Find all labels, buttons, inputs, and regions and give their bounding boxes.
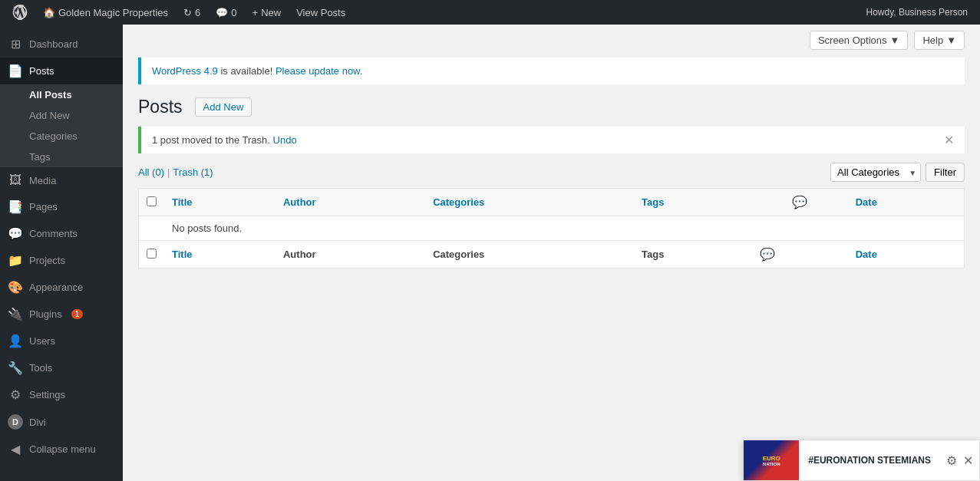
categories-label: Categories — [29, 130, 78, 142]
col-footer-checkbox — [139, 241, 165, 269]
plus-icon: + — [252, 7, 259, 18]
submenu-add-new[interactable]: Add New — [0, 105, 123, 126]
bottom-widget-close-button[interactable]: ✕ — [963, 453, 973, 468]
no-posts-row: No posts found. — [139, 216, 965, 241]
settings-label: Settings — [29, 389, 65, 400]
sidebar: ⊞ Dashboard 📄 Posts All Posts Add New Ca… — [0, 25, 123, 481]
categories-select[interactable]: All Categories Uncategorized — [830, 163, 921, 182]
pages-icon: 📑 — [8, 199, 23, 214]
col-header-date[interactable]: Date — [848, 189, 965, 216]
admin-bar: 🏠 Golden Magic Properties ↻ 6 💬 0 + New … — [0, 0, 980, 25]
updates-link[interactable]: ↻ 6 — [177, 0, 206, 25]
all-posts-filter-link[interactable]: All (0) — [138, 166, 164, 178]
sidebar-item-appearance[interactable]: 🎨 Appearance — [0, 274, 123, 301]
tools-label: Tools — [29, 362, 52, 374]
filter-links: All (0) | Trash (1) — [138, 166, 213, 178]
posts-icon: 📄 — [8, 64, 23, 78]
wordpress-version-link[interactable]: WordPress 4.9 — [152, 65, 218, 77]
appearance-icon: 🎨 — [8, 280, 23, 295]
close-notice-button[interactable]: ✕ — [944, 133, 954, 147]
help-label: Help — [922, 35, 943, 46]
settings-icon: ⚙ — [8, 387, 23, 402]
sidebar-item-posts[interactable]: 📄 Posts — [0, 58, 123, 84]
comments-link[interactable]: 💬 0 — [210, 0, 243, 25]
bottom-widget-thumbnail: EURO NATION — [744, 440, 799, 480]
posts-table: Title Author Categories Tags 💬 Date No p… — [138, 188, 965, 269]
comments-bubble-icon: 💬 — [792, 196, 807, 209]
sidebar-item-projects[interactable]: 📁 Projects — [0, 247, 123, 274]
notice-middle-text: is available! — [220, 65, 276, 77]
help-button[interactable]: Help ▼ — [914, 31, 965, 50]
home-icon: 🏠 — [43, 7, 55, 18]
undo-link[interactable]: Undo — [273, 134, 297, 146]
add-new-button[interactable]: Add New — [195, 97, 252, 117]
new-content-link[interactable]: + New — [246, 0, 288, 25]
filter-button[interactable]: Filter — [926, 163, 965, 182]
sidebar-item-settings[interactable]: ⚙ Settings — [0, 381, 123, 408]
sidebar-item-tools[interactable]: 🔧 Tools — [0, 354, 123, 381]
sidebar-item-dashboard[interactable]: ⊞ Dashboard — [0, 31, 123, 58]
media-label: Media — [29, 175, 56, 186]
comments-label: Comments — [29, 228, 78, 239]
select-all-footer-checkbox[interactable] — [147, 249, 157, 259]
screen-options-chevron-icon: ▼ — [890, 35, 900, 46]
submenu-all-posts[interactable]: All Posts — [0, 84, 123, 105]
pages-label: Pages — [29, 201, 58, 212]
wp-logo-link[interactable] — [6, 0, 34, 25]
content-area: WordPress 4.9 is available! Please updat… — [123, 50, 980, 284]
trash-filter-link[interactable]: Trash (1) — [173, 166, 213, 178]
update-now-link[interactable]: Please update now. — [276, 65, 362, 77]
updates-count: 6 — [195, 7, 200, 18]
bottom-widget-thumb-inner: EURO NATION — [744, 440, 799, 480]
users-label: Users — [29, 335, 55, 347]
sidebar-item-plugins[interactable]: 🔌 Plugins 1 — [0, 301, 123, 328]
page-title-row: Posts Add New — [138, 97, 965, 117]
sidebar-item-media[interactable]: 🖼 Media — [0, 167, 123, 193]
dashboard-icon: ⊞ — [8, 37, 23, 51]
col-footer-categories: Categories — [425, 241, 634, 269]
screen-options-label: Screen Options — [818, 35, 887, 46]
sidebar-item-comments[interactable]: 💬 Comments — [0, 220, 123, 247]
submenu-categories[interactable]: Categories — [0, 126, 123, 147]
trash-notice-text: 1 post moved to the Trash. Undo — [152, 134, 297, 146]
col-header-tags: Tags — [634, 189, 752, 216]
comments-icon: 💬 — [216, 7, 228, 18]
col-footer-title[interactable]: Title — [164, 241, 276, 269]
sidebar-item-collapse[interactable]: ◀ Collapse menu — [0, 436, 123, 463]
view-posts-label: View Posts — [296, 7, 345, 18]
user-greeting[interactable]: Howdy, Business Person — [860, 0, 974, 25]
comments-bubble-footer-icon: 💬 — [760, 248, 775, 261]
col-footer-author: Author — [276, 241, 425, 269]
screen-options-button[interactable]: Screen Options ▼ — [810, 31, 908, 50]
tags-label: Tags — [29, 151, 50, 163]
col-header-categories: Categories — [425, 189, 634, 216]
sidebar-item-divi[interactable]: D Divi — [0, 408, 123, 436]
plugins-label: Plugins — [29, 308, 62, 320]
submenu-tags[interactable]: Tags — [0, 147, 123, 167]
plugins-icon: 🔌 — [8, 307, 23, 321]
bottom-widget-actions: ⚙ ✕ — [940, 453, 979, 468]
main-content: Screen Options ▼ Help ▼ WordPress 4.9 is… — [123, 25, 980, 481]
categories-select-wrapper: All Categories Uncategorized ▼ — [830, 163, 921, 182]
sidebar-item-pages[interactable]: 📑 Pages — [0, 193, 123, 220]
col-header-title[interactable]: Title — [164, 189, 276, 216]
bottom-widget-gear-button[interactable]: ⚙ — [946, 453, 957, 468]
select-all-checkbox[interactable] — [147, 196, 157, 206]
col-header-comments: 💬 — [752, 189, 848, 216]
col-footer-date[interactable]: Date — [848, 241, 965, 269]
tools-icon: 🔧 — [8, 361, 23, 375]
site-name-link[interactable]: 🏠 Golden Magic Properties — [37, 0, 174, 25]
all-posts-label: All Posts — [29, 89, 72, 100]
filter-separator: | — [167, 166, 170, 178]
comments-menu-icon: 💬 — [8, 226, 23, 241]
plugins-badge: 1 — [71, 309, 84, 319]
posts-label: Posts — [29, 65, 54, 77]
view-posts-link[interactable]: View Posts — [290, 0, 351, 25]
trash-notice-message: 1 post moved to the Trash. — [152, 134, 270, 146]
media-icon: 🖼 — [8, 173, 23, 187]
posts-submenu: All Posts Add New Categories Tags — [0, 84, 123, 167]
table-footer-row: Title Author Categories Tags 💬 Date — [139, 241, 965, 269]
users-icon: 👤 — [8, 334, 23, 348]
sidebar-item-users[interactable]: 👤 Users — [0, 328, 123, 354]
comments-count: 0 — [231, 7, 236, 18]
